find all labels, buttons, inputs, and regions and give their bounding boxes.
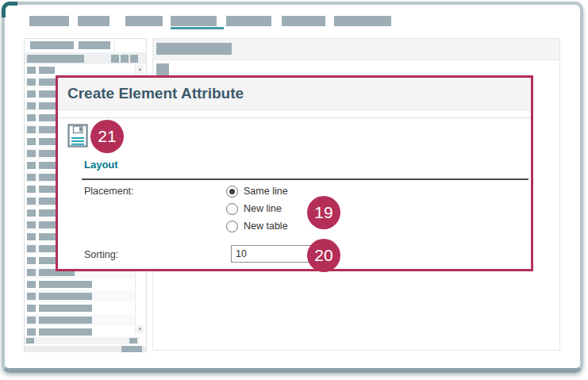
tree-item-label-redacted (39, 317, 92, 324)
sidebar-tabstrip (25, 39, 146, 53)
sidebar-footer (25, 346, 146, 352)
tree-item-icon (27, 186, 36, 193)
tree-item[interactable] (25, 314, 134, 326)
sidebar-header-action-icon[interactable] (130, 55, 138, 63)
tree-item-icon (27, 162, 36, 169)
tree-item-icon (27, 102, 36, 109)
tree-item[interactable] (25, 326, 134, 336)
tree-item-icon (27, 221, 36, 228)
sorting-label: Sorting: (84, 249, 118, 260)
frame-corner-accent (2, 2, 17, 17)
tree-item[interactable] (25, 64, 134, 76)
menu-item-redacted[interactable] (29, 16, 69, 26)
dialog-separator (58, 117, 531, 118)
tree-item-icon (27, 138, 36, 145)
screenshot-root: ▲ ▼ Create Element Attribute (0, 0, 588, 380)
sidebar-horizontal-scrollbar[interactable] (25, 337, 140, 344)
dialog-header: Create Element Attribute (58, 78, 531, 110)
tree-item-icon (27, 281, 36, 288)
tree-item-icon (27, 293, 36, 300)
tree-item-icon (27, 150, 36, 157)
tree-item-label-redacted (39, 281, 92, 288)
radio-option-label: New line (244, 203, 282, 214)
menu-item-redacted[interactable] (282, 16, 325, 26)
tree-item-icon (27, 328, 36, 336)
menu-item-redacted[interactable] (334, 16, 391, 26)
tree-item-icon (27, 257, 36, 264)
radio-unselected-icon[interactable] (226, 203, 238, 215)
placement-option-new-line[interactable]: New line (226, 200, 288, 217)
main-body-icon-redacted (156, 63, 169, 76)
annotation-badge-20: 20 (307, 239, 340, 272)
radio-unselected-icon[interactable] (226, 221, 238, 232)
placement-label: Placement: (84, 186, 134, 197)
tree-item-label-redacted (39, 293, 92, 300)
placement-radio-group: Same lineNew lineNew table (226, 182, 288, 235)
radio-selected-icon[interactable] (226, 186, 238, 198)
save-icon[interactable] (67, 124, 88, 148)
menu-item-active-redacted[interactable] (171, 16, 217, 26)
top-menu (0, 0, 588, 32)
dialog-title: Create Element Attribute (67, 78, 244, 109)
tree-item-icon (27, 209, 36, 217)
tree-item-icon (27, 305, 36, 312)
hscroll-right-thumb[interactable] (129, 338, 137, 344)
tree-item-icon (27, 317, 36, 324)
menu-item-redacted[interactable] (78, 16, 110, 26)
sidebar-header-action-icon[interactable] (111, 55, 119, 63)
tree-item-icon (27, 90, 36, 98)
sidebar-header (25, 52, 146, 64)
tree-item[interactable] (25, 290, 134, 302)
tree-item-label-redacted (39, 67, 55, 74)
tree-item-icon (27, 114, 36, 121)
radio-option-label: Same line (244, 186, 288, 197)
scroll-up-icon[interactable]: ▲ (136, 65, 144, 73)
tree-item-label-redacted (39, 328, 92, 336)
tree-item-icon (27, 269, 36, 276)
sidebar-footer-button-redacted[interactable] (121, 346, 142, 352)
menu-item-redacted[interactable] (125, 16, 163, 26)
sidebar-header-title-redacted (27, 55, 84, 63)
create-element-attribute-dialog: Create Element Attribute 21 Layout Place… (56, 75, 533, 271)
placement-option-same-line[interactable]: Same line (226, 182, 288, 200)
layout-section-heading: Layout (84, 159, 118, 171)
sidebar-header-action-icon[interactable] (121, 55, 129, 63)
tree-item-icon (27, 126, 36, 133)
tree-item[interactable] (25, 278, 134, 290)
hscroll-left-thumb[interactable] (26, 338, 34, 344)
sidebar-tab-label-redacted (79, 41, 110, 49)
placement-option-new-table[interactable]: New table (226, 217, 288, 235)
sidebar-tab-1[interactable] (25, 39, 77, 52)
scroll-down-icon[interactable]: ▼ (136, 325, 144, 333)
tree-item-icon (27, 233, 36, 240)
tree-item-icon (27, 245, 36, 252)
menu-item-redacted[interactable] (226, 16, 271, 26)
tree-item-label-redacted (39, 305, 92, 312)
tree-item-icon (27, 79, 36, 86)
tree-item-icon (27, 174, 36, 181)
radio-option-label: New table (244, 221, 288, 232)
tree-item-icon (27, 198, 36, 205)
layout-section-rule (82, 178, 528, 180)
annotation-badge-19: 19 (307, 196, 340, 229)
sidebar-tab-label-redacted (30, 41, 74, 49)
tree-item[interactable] (25, 302, 134, 314)
tree-item-icon (27, 67, 36, 74)
main-panel-header (153, 39, 559, 60)
sidebar-tab-2[interactable] (76, 39, 115, 52)
main-header-title-redacted (156, 43, 232, 55)
annotation-badge-21: 21 (90, 120, 124, 153)
